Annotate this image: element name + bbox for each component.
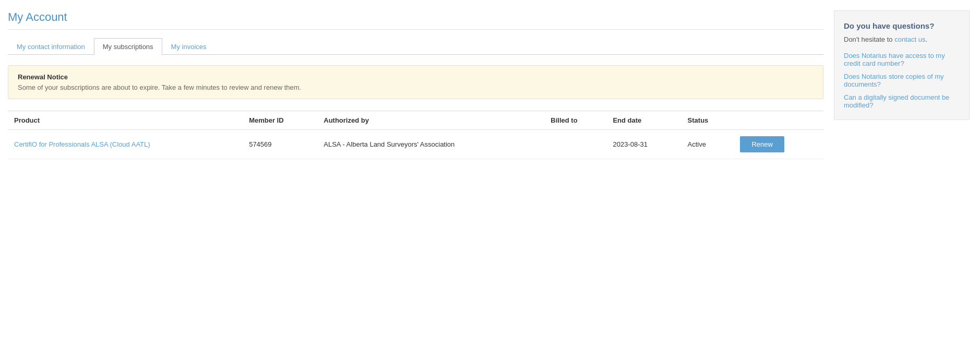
tab-invoices[interactable]: My invoices	[162, 38, 216, 55]
sidebar-subtitle-text: Don't hesitate to	[844, 35, 894, 43]
col-member-id: Member ID	[243, 111, 317, 130]
sidebar-link-modified[interactable]: Can a digitally signed document be modif…	[844, 93, 960, 109]
sidebar-link-documents[interactable]: Does Notarius store copies of my documen…	[844, 73, 960, 88]
sidebar-links: Does Notarius have access to my credit c…	[844, 52, 960, 109]
product-link[interactable]: CertifiO for Professionals ALSA (Cloud A…	[14, 140, 150, 148]
renewal-notice-banner: Renewal Notice Some of your subscription…	[8, 65, 823, 99]
sidebar-link-credit-card[interactable]: Does Notarius have access to my credit c…	[844, 52, 960, 67]
cell-authorized-by: ALSA - Alberta Land Surveyors' Associati…	[317, 130, 544, 159]
cell-product: CertifiO for Professionals ALSA (Cloud A…	[8, 130, 243, 159]
contact-us-link[interactable]: contact us	[894, 35, 925, 43]
col-billed-to: Billed to	[544, 111, 606, 130]
sidebar: Do you have questions? Don't hesitate to…	[834, 10, 970, 120]
page-wrapper: My Account My contact information My sub…	[0, 0, 980, 170]
renewal-notice-text: Some of your subscriptions are about to …	[18, 83, 814, 91]
renew-button[interactable]: Renew	[740, 136, 784, 152]
sidebar-subtitle: Don't hesitate to contact us.	[844, 35, 960, 43]
table-header-row: Product Member ID Authorized by Billed t…	[8, 111, 823, 130]
col-end-date: End date	[606, 111, 681, 130]
page-title: My Account	[8, 10, 823, 30]
subscriptions-table: Product Member ID Authorized by Billed t…	[8, 111, 823, 159]
col-product: Product	[8, 111, 243, 130]
cell-end-date: 2023-08-31	[606, 130, 681, 159]
tab-contact[interactable]: My contact information	[8, 38, 94, 55]
table-row: CertifiO for Professionals ALSA (Cloud A…	[8, 130, 823, 159]
tab-subscriptions[interactable]: My subscriptions	[94, 38, 162, 55]
col-status: Status	[682, 111, 734, 130]
cell-member-id: 574569	[243, 130, 317, 159]
col-authorized-by: Authorized by	[317, 111, 544, 130]
sidebar-title: Do you have questions?	[844, 21, 960, 30]
tabs-bar: My contact information My subscriptions …	[8, 38, 823, 55]
cell-action: Renew	[734, 130, 823, 159]
col-action	[734, 111, 823, 130]
cell-billed-to	[544, 130, 606, 159]
main-content: My Account My contact information My sub…	[8, 10, 823, 159]
cell-status: Active	[682, 130, 734, 159]
renewal-notice-title: Renewal Notice	[18, 73, 814, 81]
